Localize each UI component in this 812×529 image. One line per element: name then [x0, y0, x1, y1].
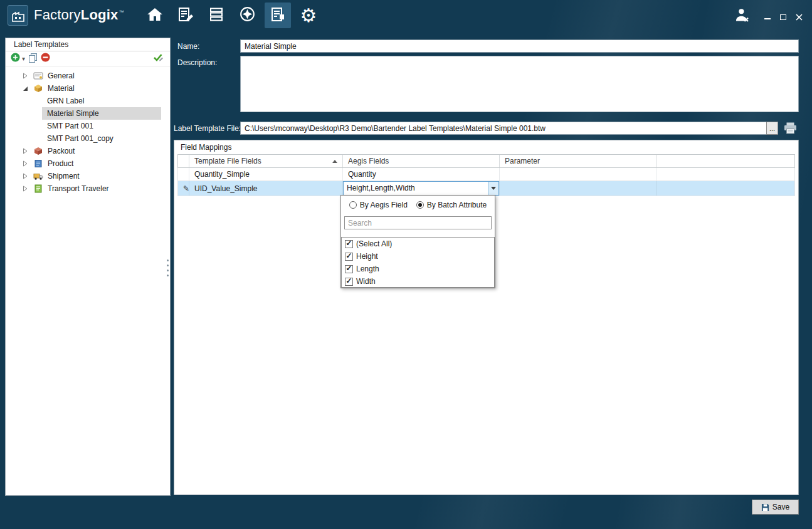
- minimize-button[interactable]: [763, 13, 772, 21]
- general-icon: [33, 71, 43, 81]
- delete-template-button[interactable]: [41, 53, 50, 65]
- nav-home[interactable]: [142, 3, 168, 28]
- sidebar-title: Label Templates: [6, 38, 170, 51]
- parameter-cell[interactable]: [500, 168, 656, 181]
- combobox-dropdown-button[interactable]: [488, 182, 498, 195]
- option-width[interactable]: ✓ Width: [342, 275, 494, 288]
- expander-expanded-icon[interactable]: [23, 85, 29, 92]
- print-button[interactable]: [784, 122, 797, 136]
- nav-work-instructions[interactable]: [172, 3, 199, 28]
- checkbox-checked-icon[interactable]: ✓: [345, 253, 353, 261]
- expander-collapsed-icon[interactable]: [23, 173, 29, 179]
- shipment-truck-icon: [33, 171, 43, 181]
- browse-file-button[interactable]: ...: [766, 122, 778, 135]
- maximize-icon: [780, 14, 786, 20]
- column-header-aegis-fields[interactable]: Aegis Fields: [343, 155, 500, 167]
- template-file-input[interactable]: [240, 122, 767, 135]
- row-edit-indicator-cell: ✎: [178, 181, 189, 196]
- expander-collapsed-icon[interactable]: [23, 160, 29, 167]
- remove-icon: [41, 53, 50, 62]
- aegis-fields-combobox[interactable]: Height,Length,Width: [343, 181, 499, 196]
- template-field-cell[interactable]: Quantity_Simple: [189, 168, 343, 181]
- save-button-label: Save: [772, 503, 789, 511]
- pencil-edit-icon: ✎: [183, 184, 189, 193]
- brand-logix: Logix: [81, 7, 119, 23]
- app-brand: FactoryLogix™: [34, 0, 124, 30]
- document-edit-icon: [177, 6, 194, 25]
- aegis-field-cell: Height,Length,Width: [343, 181, 500, 196]
- column-header-parameter[interactable]: Parameter: [500, 155, 656, 167]
- tree-item-general[interactable]: General: [6, 70, 170, 82]
- option-label: Height: [356, 252, 378, 261]
- grid-row-uid-value-simple[interactable]: ✎ UID_Value_Simple Height,Length,Width: [177, 181, 795, 196]
- option-height[interactable]: ✓ Height: [342, 250, 494, 263]
- checkbox-checked-icon[interactable]: ✓: [345, 240, 353, 248]
- column-header-label: Parameter: [505, 157, 540, 165]
- tree-item-label: General: [48, 71, 75, 80]
- tree-item-product[interactable]: Product: [6, 157, 170, 170]
- description-label: Description:: [177, 58, 217, 67]
- nav-materials[interactable]: [203, 3, 229, 28]
- radio-by-batch-attribute[interactable]: By Batch Attribute: [416, 201, 487, 209]
- expander-collapsed-icon[interactable]: [23, 148, 29, 154]
- nav-tracking[interactable]: [234, 3, 260, 28]
- field-mappings-groupbox: Field Mappings Template File Fields Aegi…: [174, 140, 799, 495]
- save-floppy-icon: [761, 503, 769, 511]
- nav-settings[interactable]: ⚙: [295, 3, 322, 28]
- nav-label-templates[interactable]: [265, 3, 291, 28]
- expander-collapsed-icon[interactable]: [23, 186, 29, 192]
- tree-item-material[interactable]: Material: [6, 82, 170, 95]
- tree-item-transport-traveler[interactable]: Transport Traveler: [6, 182, 170, 195]
- tree-item-grn-label[interactable]: GRN Label: [6, 95, 170, 107]
- transport-traveler-icon: [33, 184, 43, 194]
- checkbox-checked-icon[interactable]: ✓: [345, 265, 353, 273]
- validate-templates-button[interactable]: [153, 53, 164, 65]
- description-input[interactable]: [240, 56, 799, 112]
- radio-by-aegis-field[interactable]: By Aegis Field: [349, 201, 408, 209]
- row-indicator-header: [178, 155, 189, 167]
- tree-item-smt-part-001-copy[interactable]: SMT Part 001_copy: [6, 132, 170, 145]
- expander-collapsed-icon[interactable]: [23, 73, 29, 79]
- name-label: Name:: [177, 42, 199, 51]
- topbar: FactoryLogix™: [0, 0, 812, 30]
- factorylogix-logo-icon: [8, 5, 28, 26]
- save-button[interactable]: Save: [752, 500, 799, 515]
- maximize-button[interactable]: [779, 13, 788, 21]
- radio-label: By Aegis Field: [360, 201, 408, 209]
- compass-icon: [239, 6, 256, 25]
- tree-item-label: Material Simple: [47, 109, 99, 118]
- option-label: (Select All): [356, 239, 392, 248]
- file-label: Label Template File:: [174, 124, 241, 133]
- radio-label: By Batch Attribute: [427, 201, 487, 209]
- user-logout-button[interactable]: [734, 7, 751, 24]
- radio-icon: [349, 201, 357, 209]
- option-select-all[interactable]: ✓ (Select All): [342, 238, 494, 250]
- combobox-value: Height,Length,Width: [344, 182, 488, 195]
- column-header-template-file-fields[interactable]: Template File Fields: [189, 155, 343, 167]
- column-header-label: Template File Fields: [194, 157, 261, 165]
- close-button[interactable]: [794, 13, 803, 21]
- panel-splitter[interactable]: [167, 259, 169, 276]
- checkbox-checked-icon[interactable]: ✓: [345, 278, 353, 286]
- copy-template-button[interactable]: [28, 53, 38, 65]
- grid-row-quantity-simple[interactable]: Quantity_Simple Quantity: [177, 168, 795, 181]
- tree-item-packout[interactable]: Packout: [6, 145, 170, 157]
- option-length[interactable]: ✓ Length: [342, 263, 494, 275]
- brand-trademark: ™: [119, 9, 124, 15]
- add-template-button[interactable]: [11, 53, 20, 65]
- tree-item-smt-part-001[interactable]: SMT Part 001: [6, 120, 170, 132]
- radio-selected-icon: [416, 201, 424, 209]
- tree-item-label: Material: [48, 84, 75, 93]
- tree-item-shipment[interactable]: Shipment: [6, 170, 170, 182]
- option-label: Length: [356, 264, 379, 273]
- dropdown-search-input[interactable]: [344, 216, 492, 229]
- parameter-cell[interactable]: [500, 181, 656, 196]
- field-mappings-grid: Template File Fields Aegis Fields Parame…: [177, 154, 795, 196]
- name-input[interactable]: [240, 39, 799, 53]
- tree-item-material-simple[interactable]: Material Simple: [6, 107, 170, 120]
- sidebar-toolbar: ▾: [6, 51, 170, 66]
- template-field-cell[interactable]: UID_Value_Simple: [189, 181, 343, 196]
- add-menu-caret-icon[interactable]: ▾: [22, 55, 25, 62]
- attribute-option-list: ✓ (Select All) ✓ Height ✓ Length ✓ Width: [341, 237, 495, 288]
- aegis-field-cell[interactable]: Quantity: [343, 168, 500, 181]
